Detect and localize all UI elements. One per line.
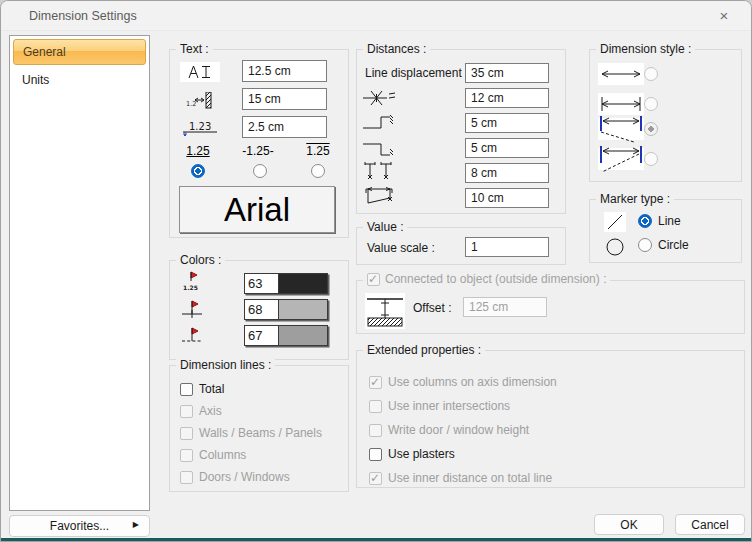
close-icon[interactable]: ×: [713, 6, 735, 26]
text-color-picker[interactable]: 63: [244, 273, 328, 294]
color-number: 67: [245, 326, 279, 345]
use-columns-on-axis-checkbox: [369, 376, 382, 389]
value-scale-label: Value scale :: [367, 241, 435, 255]
text-height-input[interactable]: [242, 60, 327, 82]
intersection-distance-icon: [363, 86, 397, 110]
title-bar: Dimension Settings ×: [1, 1, 751, 31]
helper-color-picker[interactable]: 67: [244, 325, 328, 346]
connected-to-object-checkbox: [367, 273, 380, 286]
arrow-caps-style-icon: [598, 93, 644, 115]
connected-to-object-group: Connected to object (outside dimension) …: [356, 280, 745, 334]
favorites-button[interactable]: Favorites... ▶: [9, 515, 150, 537]
sidebar-item-general[interactable]: General: [13, 39, 146, 65]
line-displacement-label: Line displacement :: [365, 66, 468, 80]
text-color-icon: 1.25: [182, 271, 204, 291]
svg-text:1.23: 1.23: [189, 121, 211, 132]
total-line-distance-input[interactable]: [465, 188, 549, 208]
dimension-style-radio-2: [644, 97, 658, 111]
marker-line-radio[interactable]: [638, 214, 652, 228]
dimension-style-radio-3: [644, 122, 658, 136]
posts-distance-icon: [363, 160, 397, 186]
intersection-distance-input[interactable]: [465, 88, 549, 108]
arrow-blue-ends-style-icon: [598, 118, 644, 140]
color-number: 63: [245, 274, 279, 293]
use-inner-distance-checkbox: [369, 472, 382, 485]
color-number: 68: [245, 300, 279, 319]
dimension-style-group: Dimension style :: [589, 49, 742, 182]
offset-label: Offset :: [413, 301, 451, 315]
use-plasters-checkbox[interactable]: [369, 448, 382, 461]
text-position-inline-label: -1.25-: [236, 144, 280, 158]
value-scale-input[interactable]: [465, 237, 549, 257]
dialog-title: Dimension Settings: [29, 9, 137, 23]
dimension-lines-group: Dimension lines : Total Axis Walls / Bea…: [169, 365, 349, 492]
axis-checkbox: [180, 405, 193, 418]
color-swatch: [279, 326, 327, 345]
line-displacement-input[interactable]: [465, 63, 549, 83]
doors-windows-checkbox: [180, 471, 193, 484]
cancel-button[interactable]: Cancel: [675, 514, 745, 535]
arrow-blue-ends-crossed-style-icon: [598, 148, 644, 170]
circle-marker-icon: [604, 236, 626, 258]
dimension-settings-dialog: Dimension Settings × General Units Favor…: [0, 0, 752, 542]
axis-distance-input[interactable]: [465, 138, 549, 158]
text-height-icon: [180, 62, 220, 82]
extended-properties-group: Extended properties : Use columns on axi…: [356, 350, 745, 488]
text-position-below-label: 1.25: [296, 144, 340, 158]
arrow-style-icon: [598, 63, 644, 85]
distances-group: Distances : Line displacement :: [356, 49, 566, 214]
dimension-style-radio-4: [644, 152, 658, 166]
walls-beams-panels-checkbox: [180, 427, 193, 440]
posts-distance-input[interactable]: [465, 163, 549, 183]
text-group: Text : 1.2 1.23 1.25 -1.25- 1.25 Arial: [169, 49, 349, 238]
marker-type-group: Marker type : Line Circle: [589, 199, 742, 263]
text-width-icon: 1.2: [180, 90, 220, 110]
line-marker-icon: [604, 212, 626, 232]
window-bottom-edge: [1, 538, 751, 541]
hook-down-distance-input[interactable]: [465, 113, 549, 133]
color-swatch: [279, 274, 327, 293]
value-group: Value : Value scale :: [356, 227, 566, 265]
offset-input: [463, 297, 547, 317]
use-inner-intersections-checkbox: [369, 400, 382, 413]
colors-group: Colors : 1.25 63 68 67: [169, 260, 349, 360]
write-door-window-height-checkbox: [369, 424, 382, 437]
svg-text:1.2: 1.2: [186, 100, 196, 108]
total-line-distance-icon: [363, 185, 397, 213]
total-checkbox[interactable]: [180, 383, 193, 396]
text-margin-input[interactable]: [242, 116, 327, 138]
sidebar-item-units[interactable]: Units: [10, 68, 149, 92]
color-swatch: [279, 300, 327, 319]
marker-circle-radio[interactable]: [638, 238, 652, 252]
helper-color-icon: [182, 325, 204, 345]
connected-offset-icon: [365, 293, 405, 329]
hook-down-distance-icon: [363, 136, 397, 160]
text-offset-icon: 1.23: [178, 118, 222, 138]
menu-arrow-icon: ▶: [133, 520, 139, 529]
favorites-label: Favorites...: [50, 519, 109, 533]
dimension-style-radio-1: [644, 67, 658, 81]
hook-up-distance-icon: [363, 112, 397, 136]
category-list: General Units: [9, 35, 150, 511]
svg-text:1.25: 1.25: [183, 284, 198, 291]
text-position-inline-radio[interactable]: [253, 164, 267, 178]
text-position-below-radio[interactable]: [311, 164, 325, 178]
text-position-above-radio[interactable]: [191, 164, 205, 178]
text-position-above-label: 1.25: [176, 144, 220, 158]
columns-checkbox: [180, 449, 193, 462]
text-distance-input[interactable]: [242, 88, 327, 110]
ok-button[interactable]: OK: [594, 514, 664, 535]
line-color-icon: [182, 299, 204, 319]
font-button[interactable]: Arial: [179, 186, 335, 233]
line-color-picker[interactable]: 68: [244, 299, 328, 320]
